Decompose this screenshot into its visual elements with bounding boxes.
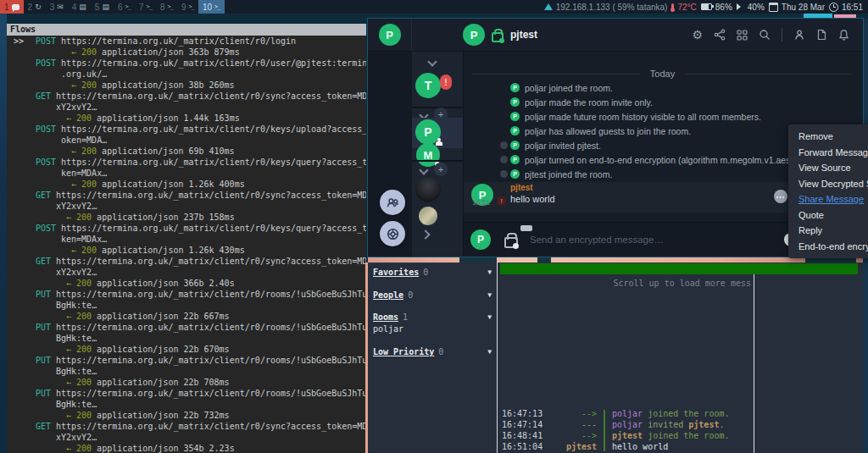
flow-row[interactable]: PUThttps://termina.org.uk/_matrix/client… <box>7 289 366 322</box>
workspace-button[interactable]: 4 <box>68 0 91 14</box>
flow-row[interactable]: PUThttps://termina.org.uk/_matrix/client… <box>7 388 366 421</box>
rail-avatar-image[interactable] <box>415 177 441 202</box>
pane-divider[interactable] <box>497 262 498 453</box>
flow-row[interactable]: POSThttps://termina.org.uk/_matrix/clien… <box>7 124 366 157</box>
flow-url-wrap: xY2xvY2… <box>36 201 366 212</box>
menu-item[interactable]: Remove <box>788 129 868 145</box>
rail-avatar-p-selected[interactable]: P <box>415 119 441 145</box>
message-input[interactable]: Send an encrypted message… <box>530 235 784 245</box>
log-text: . <box>719 420 724 429</box>
flow-status: ← 200 <box>66 213 92 222</box>
help-button[interactable] <box>380 221 405 246</box>
menu-item[interactable]: View Source <box>788 160 868 176</box>
menu-item[interactable]: View Decrypted S <box>788 176 868 192</box>
event-text: poljar has allowed guests to join the ro… <box>525 126 691 136</box>
log-time: 16:47:13 <box>502 408 549 419</box>
flow-row[interactable]: PUThttps://termina.org.uk/_matrix/client… <box>7 355 366 388</box>
log-text: joined the room. <box>643 431 729 440</box>
flow-response: application/json 354b 2.23s <box>97 444 235 453</box>
workspace-button[interactable]: 9 <box>177 0 198 14</box>
rail-avatar-t[interactable]: T <box>415 73 441 98</box>
search-icon[interactable] <box>759 29 771 41</box>
event-text: poljar made the room invite only. <box>525 97 653 108</box>
grid-apps-icon[interactable] <box>737 30 748 41</box>
workspace-icon <box>79 3 86 11</box>
flow-row[interactable]: GEThttps://termina.org.uk/_matrix/client… <box>7 256 366 289</box>
workspace-button[interactable]: 8 <box>156 0 177 14</box>
section-people[interactable]: People0 ▼ <box>373 290 492 302</box>
section-name: People <box>373 290 403 300</box>
collapse-arrow-icon[interactable]: ▼ <box>487 313 492 321</box>
menu-item[interactable]: Share Message <box>788 191 868 207</box>
flow-row[interactable]: >>POSThttps://termina.org.uk/_matrix/cli… <box>7 36 366 58</box>
flow-method: PUT <box>36 323 51 332</box>
rail-section-divider <box>412 160 463 162</box>
chevron-right-icon[interactable] <box>420 229 430 239</box>
add-room-button[interactable]: + <box>434 163 448 176</box>
section-rooms[interactable]: Rooms1 ▼ <box>373 312 492 324</box>
chevron-down-icon[interactable] <box>427 57 437 66</box>
menu-item[interactable]: End-to-end encry <box>788 239 868 255</box>
flow-row[interactable]: GEThttps://termina.org.uk/_matrix/client… <box>7 91 366 124</box>
flow-method: GET <box>36 191 51 200</box>
log-line: 16:47:14 --- poljar invited pjtest. <box>502 419 858 430</box>
section-low-priority[interactable]: Low Priority0 ▼ <box>373 347 492 359</box>
flow-list: >>POSThttps://termina.org.uk/_matrix/cli… <box>7 36 366 453</box>
flow-url: https://termina.org.uk/_matrix/client/r0… <box>61 224 366 233</box>
flow-url: https://termina.org.uk/_matrix/client/r0… <box>61 58 366 68</box>
workspace-button[interactable]: 5 <box>91 0 114 14</box>
log-time: 16:51:04 <box>502 441 549 452</box>
workspace-button[interactable]: 7 <box>135 0 156 14</box>
flow-row[interactable]: POSThttps://termina.org.uk/_matrix/clien… <box>7 223 366 256</box>
flow-response: application/json 237b 158ms <box>97 213 235 222</box>
message-options-button[interactable]: ••• <box>774 190 787 203</box>
event-avatar: P <box>510 112 520 121</box>
flow-row[interactable]: POSThttps://termina.org.uk/_matrix/clien… <box>7 58 366 91</box>
flow-url-wrap: oken=MDA… <box>36 135 366 146</box>
room-avatar[interactable]: P <box>463 24 485 46</box>
flow-row[interactable]: PUThttps://termina.org.uk/_matrix/client… <box>7 322 366 355</box>
workspace-button[interactable]: 2 <box>24 0 46 14</box>
flow-row[interactable]: GEThttps://termina.org.uk/_matrix/client… <box>7 421 366 453</box>
chevron-down-icon[interactable] <box>419 165 428 174</box>
members-button[interactable] <box>380 190 405 215</box>
workspace-button[interactable]: 10 <box>198 0 225 14</box>
workspace-button[interactable]: 3 <box>46 0 68 14</box>
hidden-event-icon <box>500 170 508 178</box>
collapse-arrow-icon[interactable]: ▼ <box>487 268 492 276</box>
members-icon[interactable] <box>793 29 805 41</box>
menu-item[interactable]: Forward Message <box>788 145 868 161</box>
header-actions: ⚙ <box>692 28 863 41</box>
flow-row[interactable]: POSThttps://termina.org.uk/_matrix/clien… <box>7 157 366 190</box>
workspace-button[interactable]: 6 <box>114 0 135 14</box>
event-text: poljar invited pjtest. <box>525 141 601 151</box>
collapse-arrow-icon[interactable]: ▼ <box>487 291 492 299</box>
workspace-button[interactable]: 1 <box>0 0 24 14</box>
collapse-arrow-icon[interactable]: ▼ <box>487 348 492 356</box>
volume-text: 40% <box>748 3 765 12</box>
event-text: poljar joined the room. <box>525 83 613 93</box>
flow-method: POST <box>36 124 56 134</box>
battery-text: 86% <box>715 3 732 12</box>
section-favorites[interactable]: Favorites0 ▼ <box>373 268 492 279</box>
log-text: joined the room. <box>643 409 729 418</box>
account-avatar[interactable]: P <box>379 24 401 46</box>
battery-segment: 86% <box>701 3 732 12</box>
bell-icon[interactable] <box>838 29 849 41</box>
rail-avatar-photo[interactable] <box>419 207 437 225</box>
menu-item[interactable]: Quote <box>788 207 868 224</box>
flow-row[interactable]: GEThttps://termina.org.uk/_matrix/client… <box>7 190 366 223</box>
share-icon[interactable] <box>714 29 726 41</box>
settings-gear-icon[interactable]: ⚙ <box>692 29 703 41</box>
wifi-icon <box>544 3 553 10</box>
volume-segment: 40% <box>737 3 765 12</box>
account-cell[interactable]: P <box>368 19 412 51</box>
flow-url: https://termina.org.uk/_matrix/client/r0… <box>56 356 366 365</box>
room-event: P poljar made future room history visibl… <box>464 109 863 124</box>
workspace-number: 10 <box>203 3 212 12</box>
gomuks-terminal-window: Favorites0 ▼ People0 ▼ Rooms1 ▼ poljar L… <box>368 262 863 453</box>
menu-item[interactable]: Reply <box>788 223 868 239</box>
file-icon[interactable] <box>816 29 827 41</box>
room-list-item[interactable]: poljar <box>373 324 403 334</box>
network-text: 192.168.1.133 ( 59% tatanka) <box>556 3 668 12</box>
